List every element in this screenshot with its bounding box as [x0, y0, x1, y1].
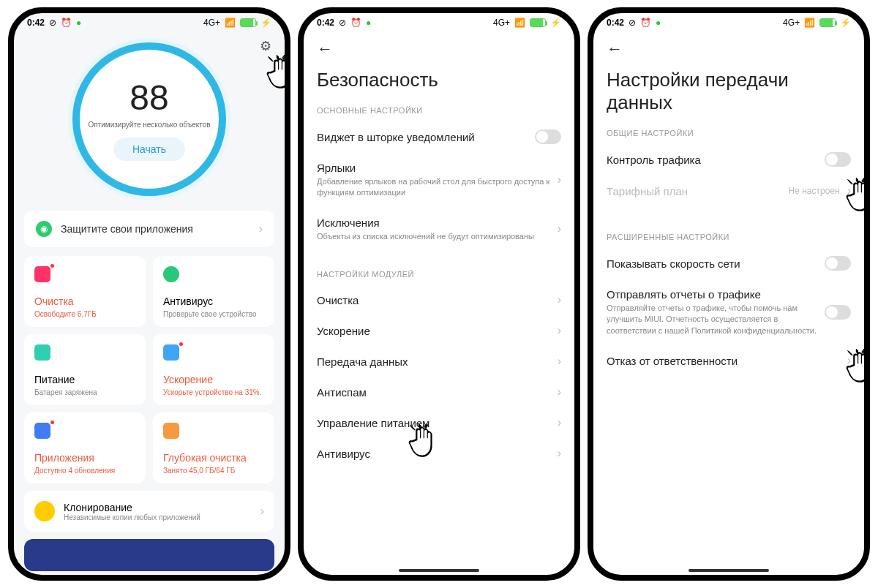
toggle[interactable] [825, 256, 851, 271]
row-power-mgmt[interactable]: Управление питанием› [314, 407, 564, 438]
row-label: Ускорение [317, 325, 550, 337]
row-label: Управление питанием [317, 417, 550, 429]
card-title: Антивирус [163, 295, 264, 307]
signal-icon: 4G+ [493, 18, 510, 28]
apps-icon [34, 423, 50, 439]
row-label: Показывать скорость сети [607, 257, 817, 270]
protect-label: Защитите свои приложения [61, 223, 250, 235]
row-data-plan: Тарифный план Не настроен › [604, 176, 854, 206]
dot-icon: ● [366, 18, 371, 28]
chevron-right-icon: › [558, 355, 561, 368]
chevron-right-icon: › [847, 184, 851, 197]
charge-icon: ⚡ [550, 18, 561, 28]
card-antivirus[interactable]: Антивирус Проверьте свое устройство [153, 256, 274, 327]
chevron-right-icon: › [260, 505, 264, 518]
charge-icon: ⚡ [840, 18, 851, 28]
score-value: 88 [130, 78, 168, 118]
signal-bars-icon: 📶 [804, 18, 815, 28]
row-antispam[interactable]: Антиспам› [314, 377, 564, 407]
chevron-right-icon: › [558, 416, 561, 429]
card-title: Питание [34, 374, 135, 385]
back-button[interactable]: ← [607, 39, 623, 59]
alarm-off-icon: ⊘ [49, 18, 56, 28]
battery-icon [819, 18, 836, 27]
start-button[interactable]: Начать [113, 137, 185, 161]
back-button[interactable]: ← [317, 39, 333, 59]
chevron-right-icon: › [558, 324, 561, 337]
card-sub: Проверьте свое устройство [163, 310, 264, 318]
status-time: 0:42 [27, 18, 45, 28]
home-indicator[interactable] [399, 569, 479, 572]
signal-icon: 4G+ [203, 18, 220, 28]
row-shortcuts[interactable]: Ярлыки Добавление ярлыков на рабочий сто… [314, 153, 564, 208]
promo-banner[interactable] [24, 539, 274, 571]
card-title: Глубокая очистка [163, 452, 264, 464]
chevron-right-icon: › [558, 173, 561, 186]
section-header: ОСНОВНЫЕ НАСТРОЙКИ [317, 106, 561, 115]
protect-apps-row[interactable]: ◉ Защитите свои приложения › [24, 211, 274, 247]
row-label: Исключения [317, 216, 550, 229]
card-boost[interactable]: Ускорение Ускорьте устройство на 31%. [153, 334, 274, 405]
charge-icon: ⚡ [260, 18, 271, 28]
row-label: Антиспам [317, 386, 550, 399]
card-power[interactable]: Питание Батарея заряжена [24, 334, 146, 405]
status-time: 0:42 [607, 18, 624, 28]
toggle[interactable] [825, 305, 851, 320]
card-apps[interactable]: Приложения Доступно 4 обновления [24, 412, 146, 483]
dot-icon: ● [76, 18, 81, 28]
section-header: НАСТРОЙКИ МОДУЛЕЙ [317, 270, 561, 279]
broom-icon [163, 423, 179, 439]
card-deep-clean[interactable]: Глубокая очистка Занято 45,0 ГБ/64 ГБ [153, 412, 274, 483]
alarm-off-icon: ⊘ [629, 18, 636, 28]
chevron-right-icon: › [259, 222, 263, 235]
row-show-speed[interactable]: Показывать скорость сети [604, 247, 854, 279]
card-sub: Ускорьте устройство на 31%. [163, 388, 264, 396]
row-disclaimer[interactable]: Отказ от ответственности › [604, 345, 854, 376]
chevron-right-icon: › [558, 385, 561, 399]
row-sub: Объекты из списка исключений не будут оп… [317, 231, 550, 242]
card-title: Ускорение [163, 374, 264, 385]
row-notification-widget[interactable]: Виджет в шторке уведомлений [314, 121, 564, 153]
row-sub: Добавление ярлыков на рабочий стол для б… [317, 176, 550, 199]
card-cleanup[interactable]: Очистка Освободите 6,7ГБ [24, 256, 146, 327]
card-sub: Доступно 4 обновления [34, 467, 135, 475]
clock-icon: ⏰ [640, 18, 651, 28]
shield-icon: ◉ [36, 221, 52, 237]
row-send-reports[interactable]: Отправлять отчеты о трафике Отправляйте … [604, 279, 854, 345]
row-label: Передача данных [317, 355, 550, 368]
page-title: Безопасность [317, 69, 561, 91]
row-antivirus[interactable]: Антивирус› [314, 438, 564, 469]
status-bar: 0:42 ⊘ ⏰ ● 4G+ 📶 ⚡ [593, 13, 864, 32]
tools-grid: Очистка Освободите 6,7ГБ Антивирус Прове… [24, 256, 274, 483]
card-sub: Освободите 6,7ГБ [34, 310, 135, 318]
section-header: ОБЩИЕ НАСТРОЙКИ [607, 129, 851, 137]
row-traffic-control[interactable]: Контроль трафика [604, 143, 854, 176]
row-data-transfer[interactable]: Передача данных› [314, 346, 564, 377]
card-clone[interactable]: Клонирование Независимые копии любых при… [24, 491, 274, 532]
clock-icon: ⏰ [350, 18, 361, 28]
status-bar: 0:42 ⊘ ⏰ ● 4G+ 📶 ⚡ [304, 13, 574, 32]
trash-icon [34, 266, 50, 282]
chevron-right-icon: › [558, 447, 561, 460]
toggle[interactable] [825, 152, 851, 167]
score-circle: 88 Оптимизируйте несколько объектов Нача… [24, 42, 274, 196]
row-label: Очистка [317, 294, 550, 306]
row-exceptions[interactable]: Исключения Объекты из списка исключений … [314, 208, 564, 251]
row-cleanup[interactable]: Очистка› [314, 284, 564, 315]
row-label: Отправлять отчеты о трафике [607, 288, 817, 301]
row-sub: Отправляйте отчеты о трафике, чтобы помо… [607, 303, 817, 336]
row-boost[interactable]: Ускорение› [314, 315, 564, 346]
clock-icon: ⏰ [61, 18, 72, 28]
row-label: Ярлыки [317, 162, 550, 174]
section-header: РАСШИРЕННЫЕ НАСТРОЙКИ [607, 233, 851, 241]
card-title: Приложения [34, 452, 135, 464]
settings-gear-icon[interactable]: ⚙ [260, 38, 271, 54]
row-label: Отказ от ответственности [607, 355, 840, 367]
chevron-right-icon: › [558, 293, 561, 306]
card-title: Очистка [34, 295, 135, 307]
card-sub: Независимые копии любых приложений [64, 513, 252, 521]
home-indicator[interactable] [688, 569, 769, 572]
row-label: Виджет в шторке уведомлений [317, 131, 528, 143]
rocket-icon [163, 344, 179, 361]
toggle[interactable] [535, 129, 561, 144]
